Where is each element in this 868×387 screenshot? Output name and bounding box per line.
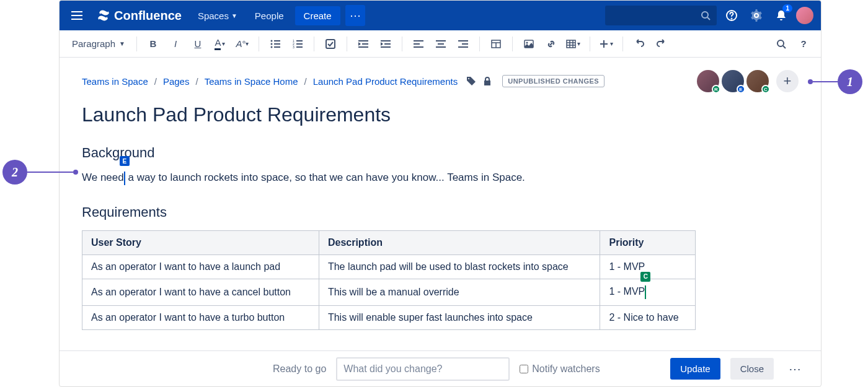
svg-rect-33 bbox=[462, 43, 468, 45]
notify-watchers-checkbox[interactable]: Notify watchers bbox=[520, 363, 600, 375]
number-list-button[interactable]: 123 bbox=[288, 34, 308, 54]
breadcrumb-item[interactable]: Pages bbox=[163, 76, 190, 87]
editor-footer: Ready to go Notify watchers Update Close… bbox=[60, 350, 821, 386]
table-row[interactable]: As an operator I want to have a launch p… bbox=[82, 254, 696, 279]
redo-button[interactable] bbox=[652, 34, 671, 54]
brand-label: Confluence bbox=[114, 9, 182, 23]
nav-spaces[interactable]: Spaces ▼ bbox=[192, 7, 244, 25]
indent-button[interactable] bbox=[376, 34, 396, 54]
svg-point-9 bbox=[270, 43, 272, 45]
svg-line-48 bbox=[783, 46, 786, 48]
bold-button[interactable]: B bbox=[143, 34, 163, 54]
more-actions-button[interactable]: ⋯ bbox=[784, 358, 806, 380]
table-row[interactable]: As an operator I want to have a turbo bu… bbox=[82, 305, 696, 329]
task-list-button[interactable] bbox=[321, 34, 340, 54]
brand[interactable]: Confluence bbox=[97, 9, 182, 23]
svg-point-47 bbox=[777, 40, 784, 46]
background-paragraph[interactable]: We needE a way to launch rockets into sp… bbox=[82, 170, 799, 186]
confluence-logo-icon bbox=[97, 9, 110, 22]
svg-rect-22 bbox=[358, 46, 368, 48]
insert-button[interactable]: ▾ bbox=[596, 34, 616, 54]
unpublished-badge: UNPUBLISHED CHANGES bbox=[502, 75, 604, 87]
undo-button[interactable] bbox=[629, 34, 649, 54]
collab-cursor-e: E bbox=[124, 170, 125, 186]
status-text: Ready to go bbox=[273, 363, 326, 375]
format-dropdown[interactable]: Paragraph ▼ bbox=[67, 36, 130, 51]
svg-point-11 bbox=[270, 46, 272, 48]
user-avatar[interactable] bbox=[796, 7, 813, 24]
svg-point-6 bbox=[732, 19, 732, 19]
change-comment-input[interactable] bbox=[336, 357, 510, 381]
editor-content[interactable]: Teams in Space / Pages / Teams in Space … bbox=[60, 58, 821, 350]
table-button[interactable]: ▾ bbox=[564, 34, 583, 54]
image-button[interactable] bbox=[519, 34, 539, 54]
align-center-button[interactable] bbox=[431, 34, 451, 54]
add-collaborator-button[interactable]: + bbox=[776, 70, 799, 92]
svg-rect-2 bbox=[71, 19, 82, 20]
align-left-button[interactable] bbox=[409, 34, 428, 54]
editor-toolbar: Paragraph ▼ B I U A▾ A°▾ 123 ▾ ▾ ? bbox=[60, 30, 821, 58]
svg-rect-34 bbox=[458, 46, 468, 48]
app-switcher-icon[interactable] bbox=[67, 6, 87, 25]
close-button[interactable]: Close bbox=[730, 358, 774, 380]
bullet-list-button[interactable] bbox=[265, 34, 285, 54]
collaborator-avatar[interactable]: E bbox=[722, 70, 744, 92]
editor-help-button[interactable]: ? bbox=[794, 34, 813, 54]
more-formatting-button[interactable]: A°▾ bbox=[232, 34, 252, 54]
svg-rect-30 bbox=[438, 43, 444, 45]
svg-rect-21 bbox=[362, 43, 368, 45]
svg-rect-10 bbox=[274, 43, 280, 45]
svg-rect-31 bbox=[436, 46, 446, 48]
page-title[interactable]: Launch Pad Product Requirements bbox=[82, 103, 799, 126]
requirements-table[interactable]: User Story Description Priority As an op… bbox=[82, 230, 696, 330]
svg-point-7 bbox=[270, 40, 272, 41]
search-input[interactable] bbox=[605, 6, 717, 25]
svg-rect-26 bbox=[414, 40, 423, 41]
update-button[interactable]: Update bbox=[670, 358, 720, 380]
annotation-callout-1: 1 bbox=[808, 69, 862, 94]
text-color-button[interactable]: A▾ bbox=[210, 34, 230, 54]
table-header[interactable]: Priority bbox=[600, 230, 696, 254]
breadcrumb-row: Teams in Space / Pages / Teams in Space … bbox=[82, 70, 799, 92]
italic-button[interactable]: I bbox=[166, 34, 185, 54]
table-header[interactable]: User Story bbox=[82, 230, 319, 254]
labels-icon[interactable] bbox=[466, 76, 476, 86]
link-button[interactable] bbox=[541, 34, 561, 54]
layout-button[interactable] bbox=[486, 34, 506, 54]
find-button[interactable] bbox=[771, 34, 791, 54]
svg-rect-27 bbox=[414, 43, 420, 45]
svg-rect-0 bbox=[71, 11, 82, 12]
settings-icon[interactable] bbox=[746, 6, 766, 25]
create-button[interactable]: Create bbox=[295, 6, 340, 25]
svg-point-3 bbox=[702, 12, 708, 18]
chevron-down-icon: ▼ bbox=[231, 12, 237, 19]
collaborators: R E C + bbox=[697, 70, 799, 92]
section-background-heading[interactable]: Background bbox=[82, 145, 799, 161]
svg-line-4 bbox=[707, 17, 710, 20]
table-header[interactable]: Description bbox=[319, 230, 600, 254]
table-header-row: User Story Description Priority bbox=[82, 230, 696, 254]
top-navigation: Confluence Spaces ▼ People Create ⋯ 1 bbox=[60, 1, 821, 30]
nav-people[interactable]: People bbox=[249, 7, 290, 25]
svg-rect-23 bbox=[381, 40, 391, 41]
svg-rect-12 bbox=[274, 46, 280, 48]
help-icon[interactable] bbox=[722, 6, 742, 25]
collaborator-avatar[interactable]: C bbox=[746, 70, 769, 92]
table-row[interactable]: As an operator I want to have a cancel b… bbox=[82, 279, 696, 305]
breadcrumb-item[interactable]: Teams in Space Home bbox=[205, 76, 298, 87]
create-more-button[interactable]: ⋯ bbox=[345, 5, 365, 26]
breadcrumb-item[interactable]: Launch Pad Product Requirements bbox=[313, 76, 458, 87]
breadcrumb-item[interactable]: Teams in Space bbox=[82, 76, 148, 87]
section-requirements-heading[interactable]: Requirements bbox=[82, 204, 799, 220]
svg-rect-24 bbox=[384, 43, 391, 45]
underline-button[interactable]: U bbox=[188, 34, 208, 54]
notifications-icon[interactable]: 1 bbox=[771, 6, 791, 25]
restrictions-icon[interactable] bbox=[482, 76, 492, 86]
svg-rect-16 bbox=[296, 43, 303, 45]
collaborator-avatar[interactable]: R bbox=[697, 70, 719, 92]
svg-rect-20 bbox=[358, 40, 368, 41]
svg-rect-28 bbox=[414, 46, 423, 48]
align-right-button[interactable] bbox=[453, 34, 473, 54]
svg-rect-29 bbox=[436, 40, 446, 41]
outdent-button[interactable] bbox=[353, 34, 373, 54]
